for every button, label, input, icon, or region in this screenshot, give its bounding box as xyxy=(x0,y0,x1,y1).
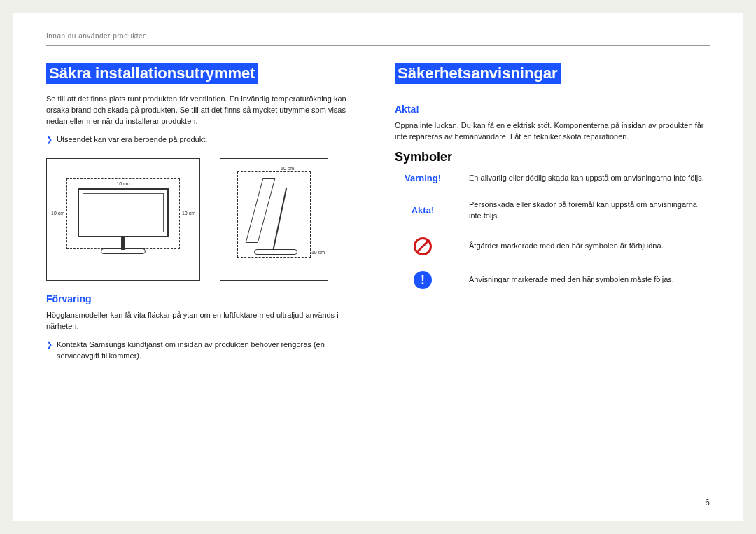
akta-heading: Akta! xyxy=(395,104,710,115)
symbol-desc: En allvarlig eller dödlig skada kan upps… xyxy=(469,173,704,184)
symbol-label-caution: Akta! xyxy=(395,205,451,216)
document-page: Innan du använder produkten Säkra instal… xyxy=(13,13,743,521)
list-item: ❯ Utseendet kan variera beroende på prod… xyxy=(46,134,361,146)
symbol-desc: Anvisningar markerade med den här symbol… xyxy=(469,274,674,286)
page-number: 6 xyxy=(705,498,710,507)
page-header: Innan du använder produkten xyxy=(46,32,710,46)
diagram-side-view: 10 cm 10 cm xyxy=(220,158,328,281)
symbol-label-warning: Varning! xyxy=(395,173,451,183)
symbol-desc: Åtgärder markerade med den här symbolen … xyxy=(469,241,664,252)
storage-text: Högglansmodeller kan få vita fläckar på … xyxy=(46,310,361,332)
table-row: Åtgärder markerade med den här symbolen … xyxy=(395,237,710,255)
diagram-row: 10 cm 10 cm 10 cm 10 cm 10 cm xyxy=(46,158,361,281)
content-columns: Säkra installationsutrymmet Se till att … xyxy=(46,63,710,369)
table-row: Varning! En allvarlig eller dödlig skada… xyxy=(395,173,710,184)
section-title-install: Säkra installationsutrymmet xyxy=(46,63,258,84)
bullet-icon: ❯ xyxy=(46,339,52,349)
dist-label-back: 10 cm xyxy=(281,166,294,171)
bullet-icon: ❯ xyxy=(46,134,52,144)
dist-label-right: 10 cm xyxy=(182,211,195,216)
bullet-text: Kontakta Samsungs kundtjänst om insidan … xyxy=(57,339,361,362)
list-item: ❯ Kontakta Samsungs kundtjänst om insida… xyxy=(46,339,361,362)
dist-label-top: 10 cm xyxy=(116,181,130,186)
bullet-text: Utseendet kan variera beroende på produk… xyxy=(57,134,207,146)
symbol-desc: Personskada eller skador på föremål kan … xyxy=(469,199,710,222)
storage-heading: Förvaring xyxy=(46,293,361,304)
right-column: Säkerhetsanvisningar Akta! Öppna inte lu… xyxy=(395,63,710,369)
akta-text: Öppna inte luckan. Du kan få en elektris… xyxy=(395,120,710,143)
dist-label-left: 10 cm xyxy=(51,211,64,216)
prohibited-icon xyxy=(395,237,451,255)
diagram-front-view: 10 cm 10 cm 10 cm xyxy=(46,158,200,281)
left-column: Säkra installationsutrymmet Se till att … xyxy=(46,63,361,369)
dist-label-front: 10 cm xyxy=(312,250,325,255)
section-title-safety: Säkerhetsanvisningar xyxy=(395,63,561,84)
symbol-table: Varning! En allvarlig eller dödlig skada… xyxy=(395,173,710,289)
table-row: ! Anvisningar markerade med den här symb… xyxy=(395,271,710,289)
table-row: Akta! Personskada eller skador på föremå… xyxy=(395,199,710,222)
mandatory-icon: ! xyxy=(395,271,451,289)
install-intro: Se till att det finns plats runt produkt… xyxy=(46,94,361,127)
symbols-heading: Symboler xyxy=(395,150,710,164)
